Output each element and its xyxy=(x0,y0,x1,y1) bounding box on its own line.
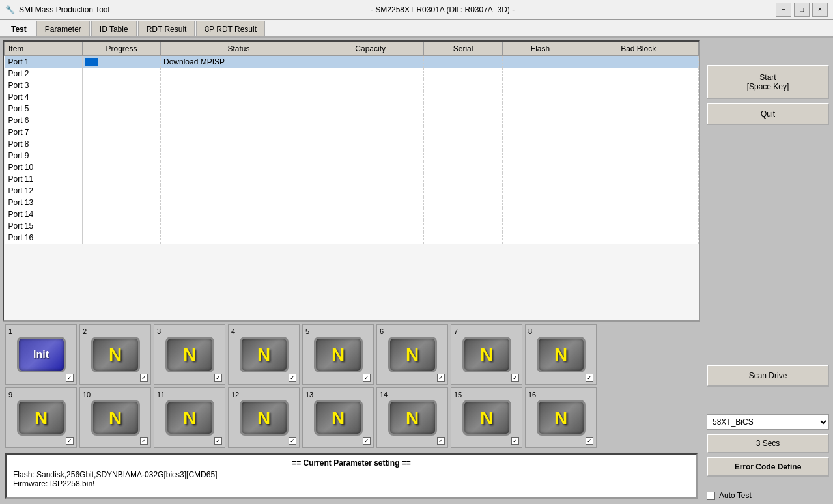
port-cell-4[interactable]: 4N xyxy=(228,324,300,385)
tab-rdt-result[interactable]: RDT Result xyxy=(138,21,195,36)
cell-badblock xyxy=(578,103,699,115)
port-checkbox[interactable] xyxy=(511,374,519,382)
cell-progress xyxy=(83,161,161,173)
port-cell-14[interactable]: 14N xyxy=(376,387,448,448)
minimize-button[interactable]: − xyxy=(776,3,791,17)
port-cell-10[interactable]: 10N xyxy=(79,387,151,448)
table-row[interactable]: Port 7 xyxy=(5,126,699,138)
quit-button[interactable]: Quit xyxy=(707,103,829,125)
port-checkbox[interactable] xyxy=(214,374,222,382)
cell-badblock xyxy=(578,150,699,161)
tab-8p-rdt-result[interactable]: 8P RDT Result xyxy=(196,21,265,36)
port-number: 11 xyxy=(157,391,165,399)
table-row[interactable]: Port 3 xyxy=(5,79,699,91)
tab-test[interactable]: Test xyxy=(3,21,35,36)
cell-item: Port 2 xyxy=(5,68,83,79)
cell-progress xyxy=(83,138,161,150)
secs-button[interactable]: 3 Secs xyxy=(707,434,829,453)
port-number: 14 xyxy=(380,391,388,399)
port-checkbox[interactable] xyxy=(586,374,593,382)
title-bar-left: 🔧 SMI Mass Production Tool xyxy=(5,5,109,14)
port-checkbox[interactable] xyxy=(363,437,371,445)
port-checkbox[interactable] xyxy=(437,374,445,382)
port-cell-3[interactable]: 3N xyxy=(154,324,225,385)
port-checkbox[interactable] xyxy=(586,437,593,445)
port-checkbox[interactable] xyxy=(140,437,148,445)
table-row[interactable]: Port 16 xyxy=(5,232,699,244)
cell-capacity xyxy=(317,103,424,115)
port-checkbox[interactable] xyxy=(66,437,74,445)
table-row[interactable]: Port 14 xyxy=(5,208,699,220)
port-cell-1[interactable]: 1Init xyxy=(5,324,77,385)
table-row[interactable]: Port 10 xyxy=(5,161,699,173)
tab-id-table[interactable]: ID Table xyxy=(91,21,137,36)
scan-drive-button[interactable]: Scan Drive xyxy=(707,365,829,387)
table-row[interactable]: Port 8 xyxy=(5,138,699,150)
port-cell-7[interactable]: 7N xyxy=(451,324,522,385)
cell-badblock xyxy=(578,185,699,197)
maximize-button[interactable]: □ xyxy=(794,3,810,17)
table-row[interactable]: Port 9 xyxy=(5,150,699,161)
port-cell-13[interactable]: 13N xyxy=(302,387,374,448)
port-checkbox[interactable] xyxy=(66,374,74,382)
port-cell-15[interactable]: 15N xyxy=(451,387,522,448)
port-checkbox[interactable] xyxy=(140,374,148,382)
cell-capacity xyxy=(317,208,424,220)
cell-status xyxy=(161,138,317,150)
title-bar: 🔧 SMI Mass Production Tool - SM2258XT R0… xyxy=(0,0,833,20)
cell-capacity xyxy=(317,126,424,138)
flash-type-dropdown[interactable]: 58XT_BiCS xyxy=(707,414,829,430)
port-number: 5 xyxy=(305,328,309,335)
port-icon: N xyxy=(388,337,437,372)
port-cell-9[interactable]: 9N xyxy=(5,387,77,448)
tab-parameter[interactable]: Parameter xyxy=(36,21,90,36)
cell-capacity xyxy=(317,150,424,161)
cell-item: Port 9 xyxy=(5,150,83,161)
cell-progress xyxy=(83,68,161,79)
table-row[interactable]: Port 13 xyxy=(5,197,699,208)
port-cell-2[interactable]: 2N xyxy=(79,324,151,385)
start-button[interactable]: Start [Space Key] xyxy=(707,65,829,99)
cell-status: Download MPISP xyxy=(161,56,317,68)
table-row[interactable]: Port 4 xyxy=(5,91,699,103)
table-row[interactable]: Port 6 xyxy=(5,115,699,126)
port-checkbox[interactable] xyxy=(289,374,296,382)
port-cell-6[interactable]: 6N xyxy=(376,324,448,385)
port-icon-label: N xyxy=(109,344,122,365)
cell-badblock xyxy=(578,68,699,79)
table-row[interactable]: Port 12 xyxy=(5,185,699,197)
spacer3 xyxy=(707,481,829,487)
port-cell-11[interactable]: 11N xyxy=(154,387,225,448)
port-cell-8[interactable]: 8N xyxy=(525,324,597,385)
port-cell-12[interactable]: 12N xyxy=(228,387,300,448)
error-code-define-button[interactable]: Error Code Define xyxy=(707,457,829,477)
port-icon-label: N xyxy=(406,344,419,365)
cell-flash xyxy=(502,103,578,115)
cell-status xyxy=(161,197,317,208)
port-cell-16[interactable]: 16N xyxy=(525,387,597,448)
cell-status xyxy=(161,150,317,161)
auto-test-checkbox[interactable] xyxy=(707,492,715,500)
port-checkbox[interactable] xyxy=(289,437,296,445)
info-flash: Flash: Sandisk,256Gbit,SDYNBIAMA-032G[bi… xyxy=(13,470,690,479)
table-row[interactable]: Port 15 xyxy=(5,220,699,232)
cell-capacity xyxy=(317,79,424,91)
table-row[interactable]: Port 11 xyxy=(5,173,699,185)
cell-item: Port 14 xyxy=(5,208,83,220)
port-cell-5[interactable]: 5N xyxy=(302,324,374,385)
table-row[interactable]: Port 1Download MPISP xyxy=(5,56,699,68)
auto-test-label: Auto Test xyxy=(719,491,752,500)
port-icon: N xyxy=(240,400,289,436)
port-checkbox[interactable] xyxy=(363,374,371,382)
right-top-spacer xyxy=(707,42,829,61)
port-checkbox[interactable] xyxy=(511,437,519,445)
table-row[interactable]: Port 5 xyxy=(5,103,699,115)
port-checkbox[interactable] xyxy=(214,437,222,445)
cell-flash xyxy=(502,115,578,126)
app-icon: 🔧 xyxy=(5,5,15,14)
port-icon: N xyxy=(462,400,511,436)
close-button[interactable]: × xyxy=(812,3,828,17)
port-checkbox[interactable] xyxy=(437,437,445,445)
table-row[interactable]: Port 2 xyxy=(5,68,699,79)
cell-flash xyxy=(502,68,578,79)
